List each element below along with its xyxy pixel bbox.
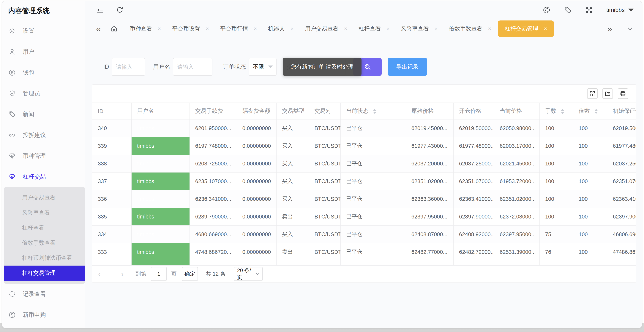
sidebar-submenu-item[interactable]: 杠杆查看 [4, 220, 85, 235]
menu-fold-icon[interactable] [96, 6, 104, 14]
sidebar-item[interactable]: 记录查看 [2, 284, 85, 305]
table-header-cell[interactable]: 倍数 [573, 103, 607, 120]
sort-icon[interactable] [561, 109, 564, 114]
table-row[interactable]: 337 timibbs 6235.107000... 0.00000000 买入… [92, 172, 636, 190]
tab[interactable]: 币种查看 × [125, 20, 166, 37]
tab[interactable]: 风险率查看 × [396, 20, 442, 37]
sidebar-item[interactable]: 设置 [2, 20, 85, 41]
tab[interactable]: 用户交易查看 × [300, 20, 352, 37]
cell-lots: 76 [540, 243, 573, 261]
home-icon[interactable] [110, 25, 118, 32]
sidebar-item[interactable]: 币种管理 [2, 146, 85, 166]
tab[interactable]: 机器人 × [264, 20, 298, 37]
fullscreen-icon[interactable] [585, 6, 593, 14]
cell-trade-type: 买入 [276, 172, 309, 190]
table-row[interactable]: 338 timibbs 6203.725000... 0.00000000 买入… [92, 155, 636, 172]
print-button[interactable] [618, 88, 628, 99]
tab[interactable]: 平台币设置 × [168, 20, 214, 37]
cell-id: 335 [92, 208, 131, 226]
tab-close-icon[interactable]: × [158, 26, 161, 31]
tab-close-icon[interactable]: × [386, 26, 390, 31]
id-filter-input[interactable] [112, 58, 145, 76]
tab[interactable]: 杠杆交易管理 × [498, 20, 554, 37]
table-row[interactable]: 339 timibbs 6197.748000... 0.00000000 买入… [92, 137, 636, 155]
cell-id: 333 [92, 243, 131, 261]
tabs-scroll-left-icon[interactable]: « [96, 24, 101, 33]
tab[interactable]: 倍数手数查看 × [444, 20, 496, 37]
page-number-input[interactable] [151, 267, 167, 281]
table-body: 340 timibbs 6201.950000... 0.00000000 买入… [92, 120, 636, 261]
sidebar-item-label: 币种管理 [23, 152, 46, 160]
sort-icon[interactable] [373, 109, 376, 114]
table-header-cell[interactable]: 交易手续费 [190, 103, 237, 120]
tabs-menu-chevron-down-icon[interactable] [626, 25, 634, 32]
tab-close-icon[interactable]: × [254, 26, 257, 31]
tab-close-icon[interactable]: × [206, 26, 209, 31]
cell-username: timibbs [131, 120, 190, 137]
sidebar-submenu-item[interactable]: 用户交易查看 [4, 190, 85, 205]
table-header-row: ID 用户名 交易手续费 隔夜费金额 [92, 103, 636, 120]
sidebar-item-leverage-group[interactable]: 杠杆交易 [2, 166, 85, 187]
tab[interactable]: 杠杆查看 × [354, 20, 394, 37]
username-filter-label: 用户名 [153, 63, 170, 71]
export-table-button[interactable] [602, 88, 613, 99]
sidebar-submenu-item[interactable]: 杠杆币划转法币查看 [4, 250, 85, 266]
username-filter-input[interactable] [173, 58, 212, 76]
table-header-cell[interactable]: 原始价格 [406, 103, 453, 120]
page-size-select[interactable]: 20 条/页 [234, 267, 263, 281]
table-header-cell[interactable]: 交易类型 [276, 103, 309, 120]
cell-original-price: 61977.43000... [406, 137, 453, 155]
sidebar-item[interactable]: 用户 [2, 41, 85, 62]
table-header-cell[interactable]: 开仓价格 [453, 103, 494, 120]
table-header-cell[interactable]: 用户名 [131, 103, 190, 120]
confirm-page-button[interactable]: 确定 [182, 267, 198, 281]
total-count-label: 共 12 条 [206, 270, 226, 278]
tab-close-icon[interactable]: × [488, 26, 492, 31]
table-header-cell[interactable]: 初始保证金 [607, 103, 636, 120]
sidebar-submenu-item[interactable]: 杠杆交易管理 [4, 266, 85, 281]
table-header-cell[interactable]: 当前价格 [494, 103, 540, 120]
sidebar-item[interactable]: 新闻 [2, 104, 85, 125]
export-records-button[interactable]: 导出记录 [388, 58, 427, 76]
table-row[interactable]: 334 timibbs 4680.669000... 0.00000000 买入… [92, 226, 636, 243]
user-menu[interactable]: timibbs [606, 7, 634, 13]
table-row[interactable]: 340 timibbs 6201.950000... 0.00000000 买入… [92, 120, 636, 137]
columns-filter-button[interactable] [587, 88, 598, 99]
cell-status: 已平仓 [340, 208, 406, 226]
prev-page-icon[interactable]: ‹ [95, 270, 104, 278]
next-page-icon[interactable]: › [118, 270, 127, 278]
table-row[interactable]: 335 timibbs 6239.790000... 0.00000000 卖出… [92, 208, 636, 226]
sort-icon[interactable] [594, 109, 598, 114]
palette-icon[interactable] [543, 6, 550, 14]
order-status-select[interactable]: 不限 [248, 58, 276, 76]
tab-label: 倍数手数查看 [449, 25, 482, 32]
cell-overnight-fee: 0.00000000 [237, 243, 276, 261]
caret-down-icon [628, 8, 634, 12]
table-header-cell[interactable]: 隔夜费金额 [237, 103, 276, 120]
sidebar-item[interactable]: 钱包 [2, 62, 85, 83]
tab-close-icon[interactable]: × [290, 26, 294, 31]
tab-close-icon[interactable]: × [544, 26, 547, 31]
tag-icon[interactable] [564, 6, 572, 14]
cell-status: 已平仓 [340, 172, 406, 190]
table-row[interactable]: 333 timibbs 4748.686720... 0.00000000 卖出… [92, 243, 636, 261]
tab-close-icon[interactable]: × [344, 26, 347, 31]
table-header-cell[interactable]: ID [92, 103, 131, 120]
table-row[interactable]: 336 timibbs 6236.341000... 0.00000000 买入… [92, 190, 636, 208]
table-header-cell[interactable]: 交易对 [309, 103, 340, 120]
table-header-cell[interactable]: 手数 [540, 103, 573, 120]
sidebar-item[interactable]: 投拆建议 [2, 125, 85, 146]
sidebar-submenu-item[interactable]: 倍数手数查看 [4, 235, 85, 250]
tab[interactable]: 平台币行情 × [216, 20, 262, 37]
refresh-icon[interactable] [116, 6, 124, 14]
sidebar-item[interactable]: 矿机 [2, 325, 85, 328]
table-header-cell[interactable]: 当前状态 [340, 103, 406, 120]
sidebar-item[interactable]: 管理员 [2, 83, 85, 104]
data-table: ID 用户名 交易手续费 隔夜费金额 [92, 103, 636, 261]
tabs-scroll-right-icon[interactable]: » [608, 24, 612, 33]
tab-close-icon[interactable]: × [434, 26, 438, 31]
sidebar-item[interactable]: 新币申购 [2, 305, 85, 325]
cell-status: 已平仓 [340, 243, 406, 261]
app-window: 内容管理系统 设置 用户 钱包 管理员 [2, 1, 642, 328]
sidebar-submenu-item[interactable]: 风险率查看 [4, 205, 85, 220]
